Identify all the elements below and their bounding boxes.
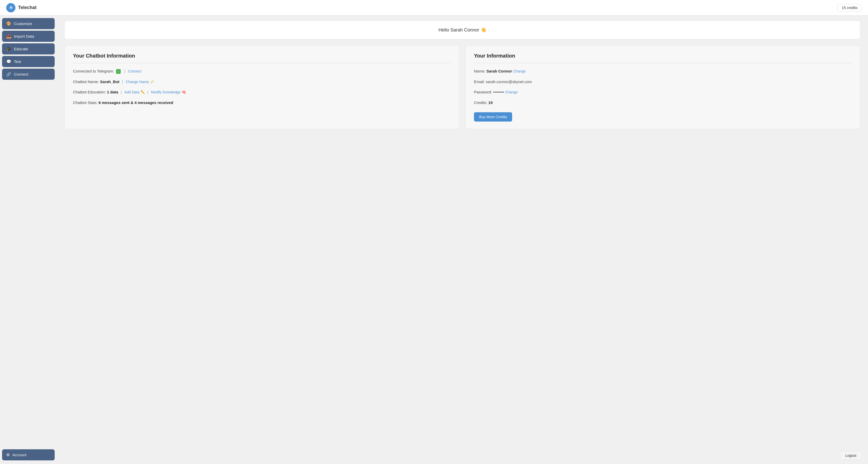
email-label: Email: — [474, 80, 485, 84]
greeting-card: Hello Sarah Connor 👋 — [64, 21, 860, 39]
chatbot-name-value: Sarah_Bot — [100, 80, 119, 84]
email-value: sarah.connor@skynet.com — [486, 80, 532, 84]
credits-badge: 15 credits — [837, 4, 862, 11]
app-body: 🎨 Customize 📥 Import Data 🎓 Educate 💬 Te… — [0, 16, 868, 464]
sidebar-label-customize: Customize — [14, 22, 32, 26]
user-card-title: Your Information — [474, 53, 852, 63]
name-row: Name: Sarah Connor Change — [474, 68, 852, 74]
sidebar-item-import-data[interactable]: 📥 Import Data — [2, 31, 55, 42]
sidebar-label-import-data: Import Data — [14, 34, 34, 38]
credits-label: Credits: — [474, 100, 487, 105]
credits-value: 15 — [488, 100, 493, 105]
logo-container: ❄ Telechat — [6, 3, 37, 12]
separator-1: | — [124, 69, 125, 73]
connect-link[interactable]: Connect — [128, 69, 141, 73]
chatbot-name-label: Chatbot Name: — [73, 80, 99, 84]
sidebar-label-connect: Connect — [14, 72, 28, 77]
sidebar-item-test[interactable]: 💬 Test — [2, 56, 55, 67]
sidebar-item-customize[interactable]: 🎨 Customize — [2, 18, 55, 29]
password-change-link[interactable]: Change — [505, 90, 518, 94]
chatbot-card-title: Your Chatbot Information — [73, 53, 451, 63]
sidebar-label-account: Account — [12, 453, 26, 457]
buy-more-credits-button[interactable]: Buy More Credits — [474, 112, 512, 121]
app-name: Telechat — [18, 5, 37, 10]
test-icon: 💬 — [6, 59, 11, 64]
password-row: Password: •••••••• Change — [474, 89, 852, 95]
greeting-text: Hello Sarah Connor 👋 — [438, 27, 486, 32]
chatbot-info-card: Your Chatbot Information Connected to Te… — [64, 46, 459, 129]
email-row: Email: sarah.connor@skynet.com — [474, 79, 852, 85]
sidebar-item-connect[interactable]: 🔗 Connect — [2, 69, 55, 80]
name-label: Name: — [474, 69, 485, 73]
change-name-link[interactable]: Change Name 🪄 — [126, 80, 154, 84]
logout-button[interactable]: Logout — [840, 451, 862, 460]
chatbot-education-row: Chatbot Education: 1 data | Add Data ✏️ … — [73, 89, 451, 95]
import-data-icon: 📥 — [6, 34, 11, 39]
sidebar-spacer — [2, 81, 55, 448]
education-data: 1 data — [107, 90, 118, 94]
modify-knowledge-link[interactable]: Modify Knowledge 🧠 — [151, 90, 186, 94]
add-data-link[interactable]: Add Data ✏️ — [124, 90, 146, 94]
chatbot-name-row: Chatbot Name: Sarah_Bot | Change Name 🪄 — [73, 79, 451, 85]
cards-grid: Your Chatbot Information Connected to Te… — [64, 46, 860, 129]
stats-label: Chatbot Stats: — [73, 100, 97, 105]
sidebar-item-account[interactable]: ⚙ Account — [2, 449, 55, 460]
sidebar-label-educate: Educate — [14, 47, 28, 51]
user-info-card: Your Information Name: Sarah Connor Chan… — [465, 46, 860, 129]
chatbot-stats-row: Chatbot Stats: 6 messages sent & 4 messa… — [73, 100, 451, 106]
stats-text: 6 messages sent & 4 messages received — [98, 100, 173, 105]
telegram-connected-icon: ✓ — [116, 69, 121, 74]
sidebar-item-educate[interactable]: 🎓 Educate — [2, 44, 55, 54]
education-label: Chatbot Education: — [73, 90, 106, 94]
connect-icon: 🔗 — [6, 72, 11, 77]
header: ❄ Telechat 15 credits — [0, 0, 868, 16]
credits-row: Credits: 15 — [474, 100, 852, 106]
password-label: Password: — [474, 90, 492, 94]
logo-icon: ❄ — [6, 3, 16, 12]
name-change-link[interactable]: Change — [513, 69, 526, 73]
separator-2: | — [122, 80, 123, 84]
sidebar-label-test: Test — [14, 59, 21, 64]
customize-icon: 🎨 — [6, 21, 11, 26]
name-value: Sarah Connor — [486, 69, 512, 73]
telegram-row: Connected to Telegram: ✓ | Connect — [73, 68, 451, 74]
password-dots: •••••••• — [493, 90, 504, 94]
educate-icon: 🎓 — [6, 47, 11, 51]
separator-4: | — [148, 90, 149, 94]
separator-3: | — [121, 90, 122, 94]
telegram-label: Connected to Telegram: — [73, 69, 114, 73]
account-icon: ⚙ — [6, 453, 10, 457]
sidebar: 🎨 Customize 📥 Import Data 🎓 Educate 💬 Te… — [0, 16, 57, 464]
main-content: Hello Sarah Connor 👋 Your Chatbot Inform… — [57, 16, 868, 464]
